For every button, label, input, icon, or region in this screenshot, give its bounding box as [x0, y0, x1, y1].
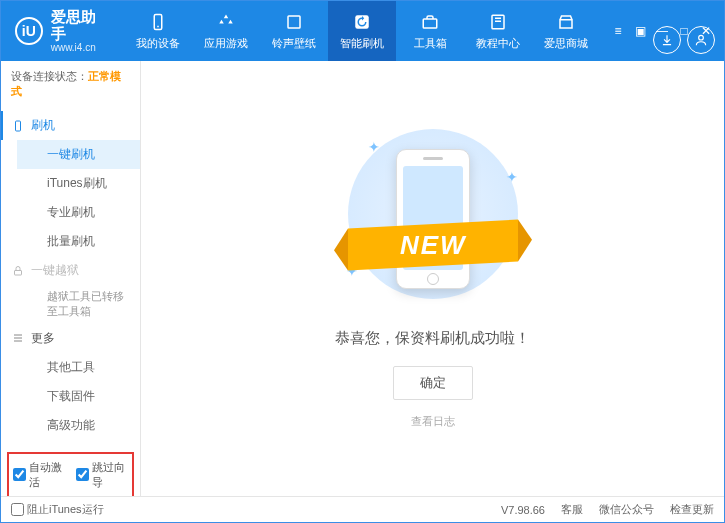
titlebar: iU 爱思助手 www.i4.cn 我的设备 应用游戏 铃声壁纸 智能刷机 — [1, 1, 724, 61]
skip-guide-checkbox[interactable]: 跳过向导 — [76, 460, 129, 490]
logo-area: iU 爱思助手 www.i4.cn — [1, 9, 124, 53]
connection-status: 设备连接状态：正常模式 — [1, 61, 140, 107]
nav-my-device[interactable]: 我的设备 — [124, 1, 192, 61]
nav-label: 智能刷机 — [340, 36, 384, 51]
sidebar-item-batch-flash[interactable]: 批量刷机 — [17, 227, 140, 256]
phone-illustration — [396, 149, 470, 289]
success-message: 恭喜您，保资料刷机成功啦！ — [335, 329, 530, 348]
nav-label: 工具箱 — [414, 36, 447, 51]
nav-label: 铃声壁纸 — [272, 36, 316, 51]
ok-button[interactable]: 确定 — [393, 366, 473, 400]
nav-apps[interactable]: 应用游戏 — [192, 1, 260, 61]
menu-icon[interactable]: ≡ — [610, 23, 626, 39]
sidebar-item-oneclick-flash[interactable]: 一键刷机 — [17, 140, 140, 169]
phone-icon — [11, 119, 25, 133]
skin-icon[interactable]: ▣ — [632, 23, 648, 39]
sidebar-item-download-firmware[interactable]: 下载固件 — [17, 382, 140, 411]
tree-flash-header[interactable]: 刷机 — [1, 111, 140, 140]
wechat-link[interactable]: 微信公众号 — [599, 502, 654, 517]
nav-label: 应用游戏 — [204, 36, 248, 51]
store-icon — [556, 12, 576, 32]
auto-activate-checkbox[interactable]: 自动激活 — [13, 460, 66, 490]
footer: 阻止iTunes运行 V7.98.66 客服 微信公众号 检查更新 — [1, 496, 724, 522]
view-log-link[interactable]: 查看日志 — [411, 414, 455, 429]
main-nav: 我的设备 应用游戏 铃声壁纸 智能刷机 工具箱 教程中心 — [124, 1, 600, 61]
sidebar-item-itunes-flash[interactable]: iTunes刷机 — [17, 169, 140, 198]
lock-icon — [11, 264, 25, 278]
wallpaper-icon — [284, 12, 304, 32]
sidebar-item-pro-flash[interactable]: 专业刷机 — [17, 198, 140, 227]
toolbox-icon — [420, 12, 440, 32]
svg-point-8 — [699, 35, 704, 40]
apps-icon — [216, 12, 236, 32]
support-link[interactable]: 客服 — [561, 502, 583, 517]
logo-icon: iU — [15, 17, 43, 45]
nav-label: 爱思商城 — [544, 36, 588, 51]
svg-rect-4 — [423, 19, 437, 28]
phone-icon — [148, 12, 168, 32]
app-title: 爱思助手 — [51, 9, 110, 42]
version-label: V7.98.66 — [501, 504, 545, 516]
tree-more-header[interactable]: 更多 — [1, 324, 140, 353]
options-highlight-box: 自动激活 跳过向导 — [7, 452, 134, 496]
svg-rect-10 — [15, 270, 22, 275]
svg-rect-9 — [16, 121, 21, 131]
app-url: www.i4.cn — [51, 42, 110, 53]
nav-label: 我的设备 — [136, 36, 180, 51]
nav-toolbox[interactable]: 工具箱 — [396, 1, 464, 61]
jailbreak-note: 越狱工具已转移至工具箱 — [17, 285, 140, 324]
nav-label: 教程中心 — [476, 36, 520, 51]
list-icon — [11, 331, 25, 345]
block-itunes-checkbox[interactable]: 阻止iTunes运行 — [11, 502, 104, 517]
new-ribbon: NEW — [348, 219, 518, 270]
check-update-link[interactable]: 检查更新 — [670, 502, 714, 517]
sparkle-icon: ✦ — [506, 169, 518, 185]
nav-ringtones[interactable]: 铃声壁纸 — [260, 1, 328, 61]
book-icon — [488, 12, 508, 32]
download-icon[interactable] — [653, 26, 681, 54]
tree-jailbreak-header: 一键越狱 — [1, 256, 140, 285]
sidebar: 设备连接状态：正常模式 刷机 一键刷机 iTunes刷机 专业刷机 批量刷机 一… — [1, 61, 141, 496]
sparkle-icon: ✦ — [368, 139, 380, 155]
nav-tutorials[interactable]: 教程中心 — [464, 1, 532, 61]
svg-rect-2 — [288, 16, 300, 28]
sidebar-item-other-tools[interactable]: 其他工具 — [17, 353, 140, 382]
nav-store[interactable]: 爱思商城 — [532, 1, 600, 61]
main-content: ✦ ✦ ✦ NEW 恭喜您，保资料刷机成功啦！ 确定 查看日志 — [141, 61, 724, 496]
app-window: iU 爱思助手 www.i4.cn 我的设备 应用游戏 铃声壁纸 智能刷机 — [0, 0, 725, 523]
user-icon[interactable] — [687, 26, 715, 54]
sidebar-item-advanced[interactable]: 高级功能 — [17, 411, 140, 440]
refresh-icon — [352, 12, 372, 32]
nav-flash[interactable]: 智能刷机 — [328, 1, 396, 61]
success-illustration: ✦ ✦ ✦ NEW — [338, 129, 528, 309]
